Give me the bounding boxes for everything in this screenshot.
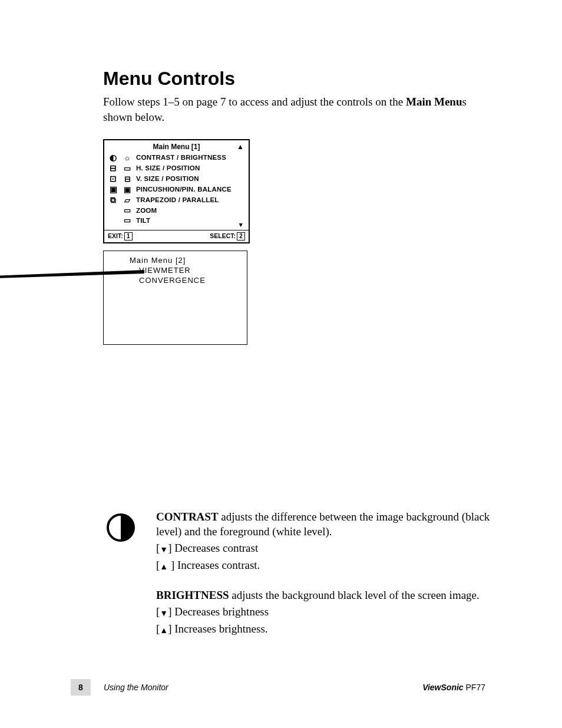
menu1-item-trapezoid: ⧉ ▱ TRAPEZOID / PARALLEL bbox=[108, 195, 245, 205]
trapezoid-icon: ⧉ bbox=[108, 196, 118, 204]
contrast-term: CONTRAST bbox=[156, 510, 219, 523]
menu1-title: Main Menu [1] bbox=[153, 143, 200, 151]
tilt-icon: ▭ bbox=[122, 216, 133, 224]
down-triangle-icon: ▼ bbox=[160, 609, 168, 618]
parallel-icon: ▱ bbox=[122, 196, 133, 204]
menu2-title: Main Menu [2] bbox=[130, 256, 244, 265]
brightness-icon: ☼ bbox=[122, 154, 133, 162]
menu1-item-label: TILT bbox=[136, 217, 150, 224]
brightness-term: BRIGHTNESS bbox=[156, 589, 229, 601]
scroll-down-icon: ▼ bbox=[238, 221, 244, 228]
intro-bold: Main Menu bbox=[406, 95, 462, 108]
brightness-decrease-line: [▼] Decreases brightness bbox=[156, 605, 492, 620]
menu1-item-label: V. SIZE / POSITION bbox=[136, 175, 199, 182]
menu2-item-viewmeter: VIEWMETER bbox=[139, 266, 244, 275]
contrast-decrease-line: [▼] Decreases contrast bbox=[156, 541, 492, 556]
vpos-icon: ⊟ bbox=[122, 175, 133, 183]
menu1-item-pincushion: ▣ ▣ PINCUSHION/PIN. BALANCE bbox=[108, 184, 245, 195]
menu1-item-label: PINCUSHION/PIN. BALANCE bbox=[136, 186, 232, 193]
vsize-icon: ⊡ bbox=[108, 174, 118, 183]
menu1-item-vsize: ⊡ ⊟ V. SIZE / POSITION bbox=[108, 173, 245, 184]
brightness-body: adjusts the background black level of th… bbox=[229, 589, 480, 601]
menu1-item-zoom: ▭ ZOOM bbox=[108, 205, 245, 215]
exit-group: EXIT:1 bbox=[108, 232, 133, 241]
main-menu-1-box: Main Menu [1] ▲ ◐ ☼ CONTRAST / BRIGHTNES… bbox=[103, 139, 250, 243]
intro-paragraph: Follow steps 1–5 on page 7 to access and… bbox=[103, 94, 485, 124]
brightness-dec: ] Decreases brightness bbox=[168, 605, 269, 618]
pincushion-icon: ▣ bbox=[108, 185, 118, 193]
contrast-icon: ◐ bbox=[108, 153, 118, 162]
page-footer: 8 Using the Monitor ViewSonic PF77 bbox=[0, 679, 562, 696]
page-heading: Menu Controls bbox=[103, 68, 485, 90]
brightness-inc: ] Increases brightness. bbox=[168, 622, 267, 635]
brightness-paragraph: BRIGHTNESS adjusts the background black … bbox=[156, 588, 492, 603]
contrast-increase-line: [▲ ] Increases contrast. bbox=[156, 558, 492, 573]
contrast-dec: ] Decreases contrast bbox=[168, 542, 258, 554]
select-group: SELECT:2 bbox=[210, 232, 245, 241]
footer-model: PF77 bbox=[464, 683, 485, 692]
select-key: 2 bbox=[237, 232, 245, 241]
intro-pre: Follow steps 1–5 on page 7 to access and… bbox=[103, 95, 406, 108]
main-menu-2-box: Main Menu [2] VIEWMETER CONVERGENCE bbox=[103, 251, 247, 345]
page-number: 8 bbox=[71, 679, 91, 696]
brightness-increase-line: [▲] Increases brightness. bbox=[156, 622, 492, 637]
description-block: CONTRAST adjusts the difference between … bbox=[109, 510, 492, 639]
contrast-large-icon bbox=[106, 513, 135, 542]
hsize-icon: ⊟ bbox=[108, 164, 118, 172]
menu1-item-label: ZOOM bbox=[136, 207, 157, 214]
select-label: SELECT: bbox=[210, 232, 236, 239]
exit-key: 1 bbox=[124, 232, 133, 241]
up-triangle-icon: ▲ bbox=[160, 626, 168, 635]
menu1-item-tilt: ▭ TILT bbox=[108, 215, 245, 225]
menu1-item-hsize: ⊟ ▭ H. SIZE / POSITION bbox=[108, 163, 245, 173]
menu1-item-label: TRAPEZOID / PARALLEL bbox=[136, 196, 219, 203]
menu1-item-label: H. SIZE / POSITION bbox=[136, 164, 200, 172]
down-triangle-icon: ▼ bbox=[160, 545, 168, 554]
hpos-icon: ▭ bbox=[122, 164, 133, 172]
pinbalance-icon: ▣ bbox=[122, 186, 133, 193]
zoom-icon: ▭ bbox=[122, 206, 133, 214]
menu1-item-label: CONTRAST / BRIGHTNESS bbox=[136, 154, 226, 161]
scroll-up-icon: ▲ bbox=[237, 143, 244, 151]
menu2-item-convergence: CONVERGENCE bbox=[139, 276, 244, 285]
footer-section: Using the Monitor bbox=[104, 683, 422, 692]
menu1-item-contrast: ◐ ☼ CONTRAST / BRIGHTNESS bbox=[108, 152, 245, 163]
contrast-paragraph: CONTRAST adjusts the difference between … bbox=[156, 510, 492, 539]
exit-label: EXIT: bbox=[108, 232, 123, 239]
contrast-inc: ] Increases contrast. bbox=[168, 559, 260, 571]
footer-brand-group: ViewSonic PF77 bbox=[422, 683, 485, 692]
footer-brand: ViewSonic bbox=[422, 683, 464, 692]
up-triangle-icon: ▲ bbox=[160, 562, 168, 571]
